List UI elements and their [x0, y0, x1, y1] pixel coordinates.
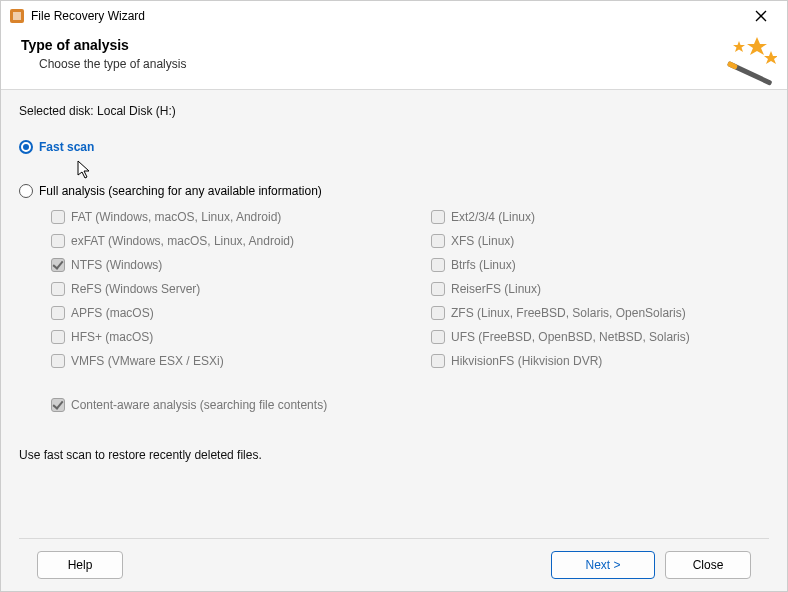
checkbox-label: Ext2/3/4 (Linux) [451, 210, 535, 224]
filesystem-grid: FAT (Windows, macOS, Linux, Android) Ext… [51, 210, 769, 368]
radio-label: Full analysis (searching for any availab… [39, 184, 322, 198]
checkbox-icon [51, 258, 65, 272]
checkbox-label: Content-aware analysis (searching file c… [71, 398, 327, 412]
checkbox-icon [431, 306, 445, 320]
svg-rect-1 [13, 12, 21, 20]
checkbox-label: UFS (FreeBSD, OpenBSD, NetBSD, Solaris) [451, 330, 690, 344]
radio-icon [19, 140, 33, 154]
cursor-icon [77, 160, 93, 183]
svg-marker-4 [747, 37, 767, 55]
wizard-window: File Recovery Wizard Type of analysis Ch… [0, 0, 788, 592]
checkbox-ufs[interactable]: UFS (FreeBSD, OpenBSD, NetBSD, Solaris) [431, 330, 761, 344]
checkbox-icon [431, 282, 445, 296]
checkbox-hikvisionfs[interactable]: HikvisionFS (Hikvision DVR) [431, 354, 761, 368]
checkbox-xfs[interactable]: XFS (Linux) [431, 234, 761, 248]
checkbox-label: XFS (Linux) [451, 234, 514, 248]
help-button[interactable]: Help [37, 551, 123, 579]
checkbox-ext[interactable]: Ext2/3/4 (Linux) [431, 210, 761, 224]
checkbox-icon [51, 210, 65, 224]
checkbox-refs[interactable]: ReFS (Windows Server) [51, 282, 421, 296]
checkbox-exfat[interactable]: exFAT (Windows, macOS, Linux, Android) [51, 234, 421, 248]
window-title: File Recovery Wizard [31, 9, 741, 23]
checkbox-fat[interactable]: FAT (Windows, macOS, Linux, Android) [51, 210, 421, 224]
wizard-wand-icon [717, 33, 777, 87]
radio-fast-scan[interactable]: Fast scan [19, 140, 769, 154]
checkbox-icon [51, 330, 65, 344]
checkbox-label: ReiserFS (Linux) [451, 282, 541, 296]
page-title: Type of analysis [21, 37, 767, 53]
svg-rect-8 [727, 61, 738, 70]
wizard-header: Type of analysis Choose the type of anal… [1, 31, 787, 90]
checkbox-icon [51, 282, 65, 296]
checkbox-apfs[interactable]: APFS (macOS) [51, 306, 421, 320]
svg-marker-6 [733, 41, 745, 52]
wizard-footer: Help Next > Close [19, 539, 769, 591]
next-button[interactable]: Next > [551, 551, 655, 579]
checkbox-label: Btrfs (Linux) [451, 258, 516, 272]
checkbox-label: APFS (macOS) [71, 306, 154, 320]
checkbox-btrfs[interactable]: Btrfs (Linux) [431, 258, 761, 272]
titlebar: File Recovery Wizard [1, 1, 787, 31]
checkbox-label: ReFS (Windows Server) [71, 282, 200, 296]
checkbox-label: exFAT (Windows, macOS, Linux, Android) [71, 234, 294, 248]
checkbox-label: NTFS (Windows) [71, 258, 162, 272]
checkbox-label: VMFS (VMware ESX / ESXi) [71, 354, 224, 368]
selected-disk-label: Selected disk: Local Disk (H:) [19, 104, 769, 118]
svg-marker-5 [764, 51, 777, 64]
checkbox-label: FAT (Windows, macOS, Linux, Android) [71, 210, 281, 224]
wizard-content: Selected disk: Local Disk (H:) Fast scan… [1, 90, 787, 591]
app-icon [9, 8, 25, 24]
page-subtitle: Choose the type of analysis [39, 57, 767, 71]
checkbox-icon [51, 234, 65, 248]
radio-icon [19, 184, 33, 198]
close-footer-button[interactable]: Close [665, 551, 751, 579]
checkbox-label: ZFS (Linux, FreeBSD, Solaris, OpenSolari… [451, 306, 686, 320]
checkbox-icon [431, 258, 445, 272]
checkbox-icon [431, 330, 445, 344]
checkbox-icon [51, 306, 65, 320]
checkbox-icon [51, 398, 65, 412]
radio-full-analysis[interactable]: Full analysis (searching for any availab… [19, 184, 769, 198]
checkbox-ntfs[interactable]: NTFS (Windows) [51, 258, 421, 272]
checkbox-icon [431, 354, 445, 368]
checkbox-icon [431, 210, 445, 224]
checkbox-hfs[interactable]: HFS+ (macOS) [51, 330, 421, 344]
checkbox-zfs[interactable]: ZFS (Linux, FreeBSD, Solaris, OpenSolari… [431, 306, 761, 320]
checkbox-label: HFS+ (macOS) [71, 330, 153, 344]
radio-label: Fast scan [39, 140, 94, 154]
checkbox-icon [51, 354, 65, 368]
close-button[interactable] [741, 2, 781, 30]
checkbox-content-aware[interactable]: Content-aware analysis (searching file c… [51, 398, 769, 412]
checkbox-vmfs[interactable]: VMFS (VMware ESX / ESXi) [51, 354, 421, 368]
checkbox-icon [431, 234, 445, 248]
checkbox-label: HikvisionFS (Hikvision DVR) [451, 354, 602, 368]
hint-text: Use fast scan to restore recently delete… [19, 448, 769, 462]
checkbox-reiserfs[interactable]: ReiserFS (Linux) [431, 282, 761, 296]
